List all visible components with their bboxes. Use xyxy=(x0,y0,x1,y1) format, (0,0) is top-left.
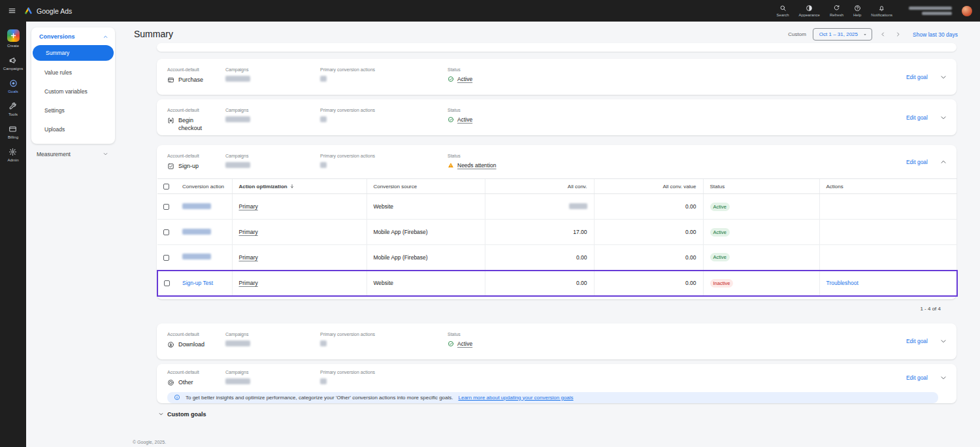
col-status[interactable]: Status xyxy=(703,179,819,194)
optimization-value[interactable]: Primary xyxy=(239,280,258,286)
show-last-30-days-link[interactable]: Show last 30 days xyxy=(913,31,958,38)
row-checkbox[interactable] xyxy=(163,229,169,235)
expand-goal-chevron[interactable] xyxy=(939,374,947,382)
edit-goal-link[interactable]: Edit goal xyxy=(906,374,928,381)
admin-icon xyxy=(8,148,17,156)
primary-actions-value-redacted xyxy=(320,76,327,82)
collapse-goal-chevron[interactable] xyxy=(939,158,947,166)
measurement-section-label: Measurement xyxy=(37,151,71,157)
rail-admin-button[interactable]: Admin xyxy=(7,148,18,162)
all-conv: 0.00 xyxy=(485,271,594,296)
status-label: Status xyxy=(448,108,946,112)
refresh-icon xyxy=(833,5,840,12)
caret-down-icon xyxy=(862,32,868,37)
sidenav-item-label: Value rules xyxy=(44,69,72,76)
optimization-value[interactable]: Primary xyxy=(239,203,258,210)
check-circle-icon xyxy=(448,76,454,82)
row-checkbox[interactable] xyxy=(163,255,169,261)
date-mode-label: Custom xyxy=(788,31,806,37)
conversion-row[interactable]: Primary Mobile App (Firebase) 17.00 0.00… xyxy=(157,220,957,245)
banner-learn-more-link[interactable]: Learn more about updating your conversio… xyxy=(458,395,573,401)
menu-icon[interactable] xyxy=(8,7,16,15)
sidenav-item-summary[interactable]: Summary xyxy=(33,45,114,61)
conversion-row-selected[interactable]: Sign-up Test Primary Website 0.00 0.00 I… xyxy=(157,271,957,296)
sidenav-section-conversions[interactable]: Conversions xyxy=(31,27,115,45)
expand-goal-chevron[interactable] xyxy=(939,337,947,345)
troubleshoot-link[interactable]: Troubleshoot xyxy=(826,280,858,286)
primary-actions-label: Primary conversion actions xyxy=(320,332,448,337)
sidenav-item-settings[interactable]: Settings xyxy=(31,101,115,120)
goal-scope-label: Account-default xyxy=(167,370,225,374)
col-all-conv-value[interactable]: All conv. value xyxy=(594,179,703,194)
col-conversion-action[interactable]: Conversion action xyxy=(176,179,232,194)
avatar[interactable] xyxy=(962,6,972,16)
topbar-search-button[interactable]: Search xyxy=(777,5,789,17)
ads-logo-icon xyxy=(24,7,33,15)
edit-goal-link[interactable]: Edit goal xyxy=(906,114,928,121)
sidenav-item-label: Summary xyxy=(46,50,69,56)
chevron-down-icon xyxy=(103,151,108,157)
rail-billing-button[interactable]: Billing xyxy=(8,125,18,139)
sidenav-item-value-rules[interactable]: Value rules xyxy=(31,63,115,82)
search-icon xyxy=(779,5,787,12)
date-range-picker[interactable]: Oct 1 – 31, 2025 xyxy=(813,28,872,41)
select-all-checkbox[interactable] xyxy=(163,184,169,190)
all-conv: 17.00 xyxy=(485,220,594,245)
conversion-row[interactable]: Primary Website 0.00 Active xyxy=(157,194,957,220)
conversions-section-label: Conversions xyxy=(39,33,75,40)
rail-goals-button[interactable]: Goals xyxy=(8,79,18,93)
primary-actions-value-redacted xyxy=(320,378,327,384)
campaigns-value-redacted xyxy=(225,76,250,82)
topbar-appearance-button[interactable]: Appearance xyxy=(799,5,820,17)
begin-checkout-icon xyxy=(167,117,174,124)
select-all-cell xyxy=(157,179,176,194)
create-plus-icon xyxy=(10,32,17,39)
notifications-icon xyxy=(878,5,885,12)
rail-campaigns-button[interactable]: Campaigns xyxy=(3,56,23,71)
edit-goal-link[interactable]: Edit goal xyxy=(906,159,928,165)
source-value: Mobile App (Firebase) xyxy=(367,220,485,245)
topbar-help-button[interactable]: Help xyxy=(853,5,861,17)
col-all-conv[interactable]: All conv. xyxy=(485,179,594,194)
sidenav-item-uploads[interactable]: Uploads xyxy=(31,120,115,139)
expand-goal-chevron[interactable] xyxy=(939,114,947,122)
expand-goal-chevron[interactable] xyxy=(939,73,947,81)
col-action-optimization[interactable]: Action optimization xyxy=(232,179,367,194)
edit-goal-link[interactable]: Edit goal xyxy=(906,74,928,80)
sidenav-item-custom-variables[interactable]: Custom variables xyxy=(31,82,115,101)
topbar-notifications-button[interactable]: Notifications xyxy=(871,5,892,17)
col-actions[interactable]: Actions xyxy=(819,179,957,194)
conversion-name-redacted xyxy=(182,229,211,235)
optimization-value[interactable]: Primary xyxy=(239,229,258,235)
edit-goal-link[interactable]: Edit goal xyxy=(906,338,928,344)
campaigns-icon xyxy=(8,56,17,65)
rail-tools-button[interactable]: Tools xyxy=(8,102,18,116)
row-checkbox[interactable] xyxy=(163,204,169,210)
table-pagination: 1 - 4 of 4 xyxy=(157,299,956,323)
rail-billing-label: Billing xyxy=(8,135,18,139)
status-label: Status xyxy=(448,154,946,158)
campaigns-label: Campaigns xyxy=(225,332,320,337)
conversion-action-link[interactable]: Sign-up Test xyxy=(182,280,213,286)
google-ads-app: Google Ads Search Appearance Refresh Hel… xyxy=(0,0,980,447)
conversion-row[interactable]: Primary Mobile App (Firebase) 0.00 0.00 … xyxy=(157,245,957,271)
account-info[interactable] xyxy=(909,7,952,15)
goals-icon xyxy=(9,79,18,88)
account-name-redacted xyxy=(909,7,952,10)
primary-actions-label: Primary conversion actions xyxy=(320,67,448,72)
col-conversion-source[interactable]: Conversion source xyxy=(367,179,485,194)
campaigns-value-redacted xyxy=(225,162,250,168)
optimization-value[interactable]: Primary xyxy=(239,254,258,261)
next-period-button[interactable] xyxy=(894,30,902,39)
goal-name: Purchase xyxy=(178,76,203,84)
tools-icon xyxy=(8,102,17,110)
topbar-refresh-button[interactable]: Refresh xyxy=(830,5,843,17)
goal-status-needs-attention[interactable]: Needs attention xyxy=(457,162,497,169)
prev-period-button[interactable] xyxy=(879,30,887,39)
custom-goals-toggle[interactable]: Custom goals xyxy=(158,411,956,418)
row-checkbox[interactable] xyxy=(164,280,170,286)
all-conv-value: 0.00 xyxy=(594,271,703,296)
conversion-name-redacted xyxy=(182,203,211,209)
sidenav-section-measurement[interactable]: Measurement xyxy=(31,148,115,160)
rail-create-button[interactable]: Create xyxy=(7,29,20,48)
